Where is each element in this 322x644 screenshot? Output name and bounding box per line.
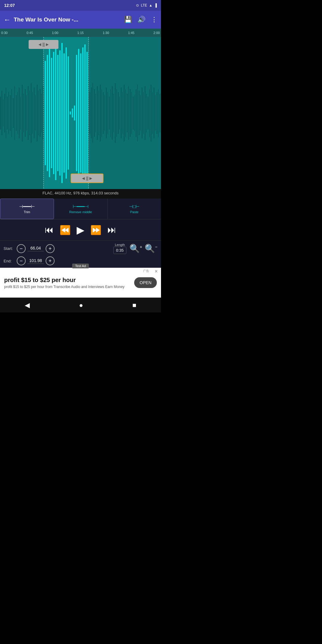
svg-rect-85 [137,85,138,141]
svg-rect-27 [38,91,39,135]
svg-rect-4 [4,94,5,132]
svg-rect-14 [19,88,20,138]
nav-recents-button[interactable]: ■ [132,301,136,309]
svg-rect-18 [25,89,26,137]
ruler-label-3: 1:15 [77,31,83,35]
zoom-out-button[interactable]: 🔍− [145,244,157,253]
volume-button[interactable]: 🔊 [137,16,145,24]
svg-rect-46 [74,106,75,120]
start-minus-button[interactable]: − [17,244,26,253]
end-handle[interactable]: ◀ ||| ▶ [71,174,103,183]
svg-rect-80 [130,89,131,137]
svg-rect-29 [41,94,42,132]
play-button[interactable]: ▶ [77,224,84,236]
svg-rect-49 [80,53,81,173]
svg-rect-48 [78,49,79,177]
svg-rect-51 [84,44,86,182]
svg-rect-41 [64,53,65,173]
remove-middle-label: Remove middle [69,210,92,214]
status-bar: 12:07 ⊙ LTE ▲ ▐ [0,0,161,11]
svg-rect-78 [127,94,128,132]
svg-rect-86 [139,91,140,135]
svg-rect-40 [61,43,63,183]
svg-rect-59 [98,91,99,135]
handle-right-arrow: ▶ [46,42,49,47]
more-menu-button[interactable]: ⋮ [151,16,157,24]
page-title: The War Is Over Now -... [14,16,121,23]
back-button[interactable]: ← [4,16,11,24]
svg-rect-35 [51,58,52,168]
svg-rect-52 [86,52,88,174]
ruler-label-0: 0:30 [1,31,7,35]
skip-to-start-button[interactable]: ⏮ [45,225,54,235]
ad-close-button[interactable]: ✕ [154,269,158,274]
svg-rect-39 [59,50,61,176]
svg-rect-77 [125,89,126,137]
svg-rect-28 [40,89,41,137]
svg-rect-70 [115,83,116,143]
svg-rect-54 [91,88,92,138]
ad-open-button[interactable]: OPEN [134,277,157,288]
svg-rect-50 [82,47,83,179]
svg-rect-67 [110,89,111,137]
svg-rect-16 [22,85,23,141]
nav-home-button[interactable]: ● [79,301,83,309]
remove-middle-icon: ⊢━━━⊣ [73,204,89,209]
end-label: End: [4,259,15,263]
ruler-label-6: 2:00 [154,31,160,35]
length-value: 0:35 [113,247,126,254]
svg-rect-38 [57,55,58,171]
paste-button[interactable]: ⊣□⊢ Paste [108,199,161,219]
save-button[interactable]: 💾 [124,16,132,24]
svg-rect-72 [118,92,119,134]
svg-rect-3 [3,100,4,126]
svg-rect-36 [53,52,54,174]
waveform-area[interactable]: ◀ ||| ▶ ◀ ||| ▶ [0,37,161,189]
file-info-bar: FLAC, 44100 Hz, 976 kbps, 314.03 seconds [0,189,161,199]
file-info-text: FLAC, 44100 Hz, 976 kbps, 314.03 seconds [42,191,118,195]
svg-rect-65 [107,92,108,134]
svg-rect-64 [106,88,107,138]
nav-back-button[interactable]: ◀ [25,301,30,309]
ad-headline: profit $15 to $25 per hour [4,276,131,284]
test-ad-badge: Test Ad [72,264,89,268]
start-handle[interactable]: ◀ ||| ▶ [29,40,58,49]
ad-text-block: profit $15 to $25 per hour profit $15 to… [4,276,131,289]
svg-rect-12 [16,95,17,131]
ruler-labels: 0:30 0:45 1:00 1:15 1:30 1:45 2:00 [0,31,161,35]
ruler-label-5: 1:45 [128,31,134,35]
ad-banner: Test Ad 广告 ✕ profit $15 to $25 per hour … [0,268,161,298]
handle-grip: ||| [42,42,45,47]
svg-rect-33 [47,55,48,171]
rewind-button[interactable]: ⏪ [60,225,71,235]
fast-forward-button[interactable]: ⏩ [90,225,101,235]
svg-rect-81 [131,92,132,134]
skip-to-end-button[interactable]: ⏭ [107,225,116,235]
bottom-nav: ◀ ● ■ [0,298,161,312]
start-label: Start: [4,246,15,251]
end-minus-button[interactable]: − [17,256,26,265]
svg-rect-44 [70,112,71,114]
zoom-buttons: 🔍+ 🔍− [129,244,157,253]
svg-rect-58 [97,86,98,140]
top-bar: ← The War Is Over Now -... 💾 🔊 ⋮ [0,11,161,29]
svg-rect-95 [152,92,153,134]
zoom-in-button[interactable]: 🔍+ [129,244,142,253]
svg-rect-90 [145,86,145,140]
paste-icon: ⊣□⊢ [129,204,140,209]
svg-rect-93 [149,89,150,137]
waveform-svg [0,37,161,189]
start-plus-button[interactable]: + [46,244,55,253]
svg-rect-69 [113,94,114,132]
remove-middle-button[interactable]: ⊢━━━⊣ Remove middle [54,199,108,219]
trim-button[interactable]: ⊣━━━⊢ Trim [0,199,54,219]
svg-rect-79 [128,86,129,140]
svg-rect-9 [11,89,12,137]
ruler-label-4: 1:30 [103,31,109,35]
svg-rect-82 [133,97,134,129]
svg-rect-42 [66,47,67,179]
svg-rect-62 [103,92,104,134]
svg-rect-10 [13,98,14,128]
end-plus-button[interactable]: + [46,256,55,265]
svg-rect-76 [124,85,125,141]
